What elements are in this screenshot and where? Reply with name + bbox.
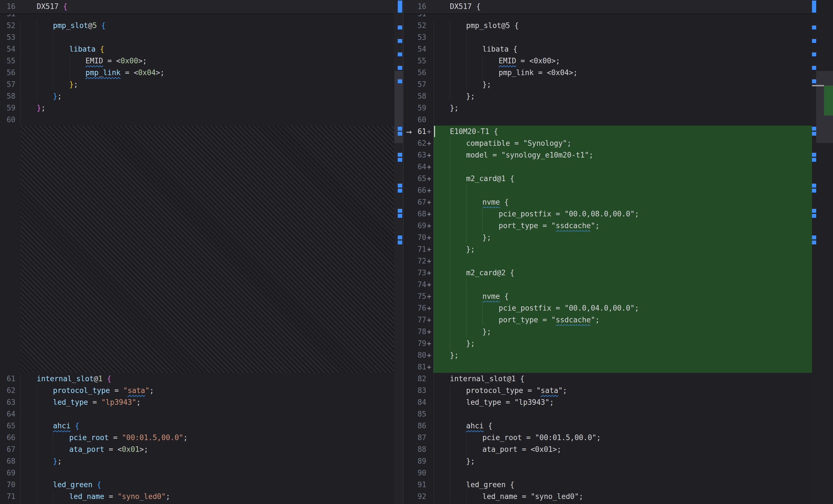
line-number[interactable]: 63 [404, 149, 426, 161]
line-number[interactable]: 66 [404, 185, 426, 196]
code-line[interactable]: 54libata { [0, 43, 395, 55]
code-line[interactable]: 16DX517 { [404, 1, 833, 12]
line-number[interactable]: 70 [404, 232, 426, 243]
line-number[interactable]: 51 [0, 14, 16, 20]
code-line[interactable]: 56pmp_link = <0x04>; [0, 67, 395, 78]
inserted-code-line[interactable]: 81+ [404, 361, 812, 373]
inserted-code-line[interactable]: 79+}; [404, 337, 812, 349]
line-number[interactable]: 68 [404, 208, 426, 220]
inserted-code-line[interactable]: 69+port_type = "ssdcache"; [404, 220, 812, 232]
code-line[interactable]: 61internal_slot@1 { [0, 373, 395, 385]
line-number[interactable]: 74 [404, 279, 426, 290]
code-line[interactable]: 59}; [404, 102, 812, 114]
line-number[interactable]: 72 [404, 255, 426, 267]
code-line[interactable]: 51 [404, 14, 812, 20]
line-number[interactable]: 84 [404, 397, 426, 408]
line-number[interactable]: 16 [0, 1, 16, 12]
clipped-code-line[interactable]: 51 [404, 14, 812, 20]
overview-ruler-right[interactable] [812, 0, 833, 504]
inserted-code-line[interactable]: 70+}; [404, 232, 812, 243]
line-number[interactable]: 55 [404, 55, 426, 67]
line-number[interactable]: 69 [0, 467, 16, 479]
code-line[interactable]: 51 [0, 14, 395, 20]
line-number[interactable]: 56 [404, 67, 426, 78]
line-number[interactable]: 53 [404, 31, 426, 43]
sticky-header-left[interactable]: 16DX517 { [0, 0, 403, 14]
code-line[interactable]: 59}; [0, 102, 395, 114]
diff-sash[interactable] [403, 0, 404, 504]
line-number[interactable]: 60 [404, 114, 426, 126]
inserted-code-line[interactable]: 77+port_type = "ssdcache"; [404, 314, 812, 326]
line-number[interactable]: 56 [0, 67, 16, 78]
line-number[interactable]: 60 [0, 114, 16, 126]
code-line[interactable]: 55EMID = <0x00>; [0, 55, 395, 67]
line-number[interactable]: 62 [404, 137, 426, 149]
line-number[interactable]: 61 [0, 373, 16, 385]
line-number[interactable]: 82 [404, 373, 426, 385]
inserted-code-line[interactable]: 74+ [404, 279, 812, 290]
line-number[interactable]: 16 [404, 1, 426, 12]
line-number[interactable]: 78 [404, 326, 426, 337]
code-line[interactable]: 88ata_port = <0x01>; [404, 443, 812, 455]
code-line[interactable]: 64 [0, 408, 395, 420]
line-number[interactable]: 67 [0, 443, 16, 455]
code-line[interactable]: 57}; [0, 78, 395, 90]
code-line[interactable]: 70led_green { [0, 479, 395, 490]
code-line[interactable]: 68}; [0, 455, 395, 467]
line-number[interactable]: 81 [404, 361, 426, 373]
line-number[interactable]: 52 [404, 20, 426, 31]
code-line[interactable]: 52pmp_slot@5 { [0, 20, 395, 31]
line-number[interactable]: 58 [0, 90, 16, 102]
code-line[interactable]: 89}; [404, 455, 812, 467]
code-line[interactable]: 90 [404, 467, 812, 479]
line-number[interactable]: 63 [0, 397, 16, 408]
line-number[interactable]: 67 [404, 196, 426, 208]
line-number[interactable]: 77 [404, 314, 426, 326]
inserted-code-line[interactable]: 71+}; [404, 243, 812, 255]
line-number[interactable]: 57 [0, 78, 16, 90]
inserted-code-line[interactable]: 66+ [404, 185, 812, 196]
inserted-code-line[interactable]: 73+m2_card@2 { [404, 267, 812, 279]
overview-ruler-left[interactable] [395, 0, 403, 504]
inserted-code-line[interactable]: 65+m2_card@1 { [404, 173, 812, 185]
code-line[interactable]: 83protocol_type = "sata"; [404, 385, 812, 397]
right-editor[interactable]: 5152pmp_slot@5 {5354libata {55EMID = <0x… [404, 0, 812, 504]
code-line[interactable]: 92led_name = "syno_led0"; [404, 490, 812, 502]
code-line[interactable]: 53 [0, 31, 395, 43]
inserted-code-line[interactable]: 80+}; [404, 349, 812, 361]
line-number[interactable]: 76 [404, 302, 426, 314]
inserted-code-line[interactable]: 76+pcie_postfix = "00.0,04.0,00.0"; [404, 302, 812, 314]
sticky-header-right[interactable]: 16DX517 { [404, 0, 833, 14]
line-number[interactable]: 65 [0, 420, 16, 432]
line-number[interactable]: 55 [0, 55, 16, 67]
code-line[interactable]: 56pmp_link = <0x04>; [404, 67, 812, 78]
inserted-code-line[interactable]: 67+nvme { [404, 196, 812, 208]
inserted-code-line[interactable]: 64+ [404, 161, 812, 173]
revert-change-arrow-icon[interactable]: → [406, 126, 412, 137]
code-line[interactable]: 86ahci { [404, 420, 812, 432]
line-number[interactable]: 59 [404, 102, 426, 114]
line-number[interactable]: 92 [404, 490, 426, 502]
inserted-code-line[interactable]: 78+}; [404, 326, 812, 337]
inserted-code-line[interactable]: 75+nvme { [404, 290, 812, 302]
line-number[interactable]: 64 [0, 408, 16, 420]
code-line[interactable]: 85 [404, 408, 812, 420]
line-number[interactable]: 83 [404, 385, 426, 397]
code-line[interactable]: 16DX517 { [0, 1, 403, 12]
line-number[interactable]: 52 [0, 20, 16, 31]
inserted-code-line[interactable]: 62+compatible = "Synology"; [404, 137, 812, 149]
code-line[interactable]: 84led_type = "lp3943"; [404, 397, 812, 408]
code-line[interactable]: 63led_type = "lp3943"; [0, 397, 395, 408]
code-line[interactable]: 65ahci { [0, 420, 395, 432]
line-number[interactable]: 79 [404, 337, 426, 349]
line-number[interactable]: 75 [404, 290, 426, 302]
line-number[interactable]: 54 [0, 43, 16, 55]
line-number[interactable]: 90 [404, 467, 426, 479]
line-number[interactable]: 86 [404, 420, 426, 432]
line-number[interactable]: 87 [404, 432, 426, 443]
code-line[interactable]: 54libata { [404, 43, 812, 55]
code-line[interactable]: 57}; [404, 78, 812, 90]
line-number[interactable]: 71 [404, 243, 426, 255]
clipped-code-line[interactable]: 51 [0, 14, 395, 20]
line-number[interactable]: 89 [404, 455, 426, 467]
